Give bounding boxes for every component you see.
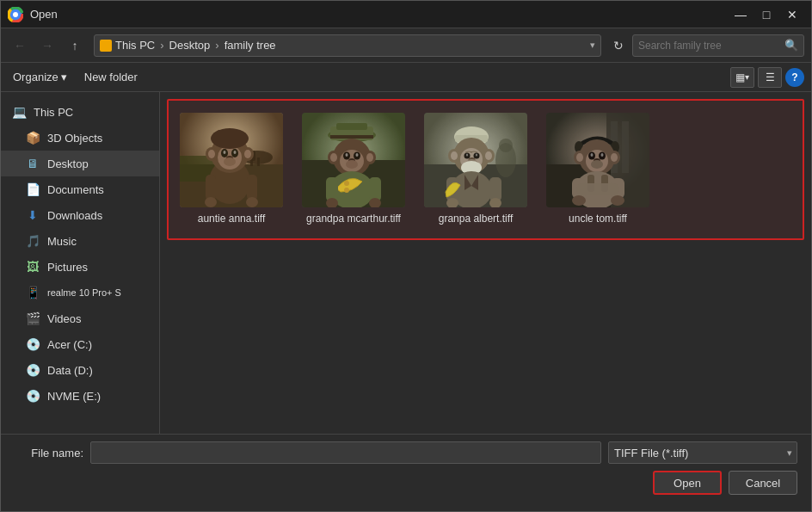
thispc-icon: 💻 [11,104,27,120]
documents-icon: 📄 [25,182,40,197]
desktop-icon: 🖥 [25,156,40,171]
organize-chevron: ▾ [61,71,67,83]
refresh-button[interactable]: ↻ [608,35,629,56]
minimize-button[interactable]: — [729,4,753,25]
action-bar: Organize ▾ New folder ▦ ▾ ☰ ? [1,63,811,92]
file-thumb-uncle-tom [546,113,649,207]
maximize-button[interactable]: □ [754,4,778,25]
sidebar-item-acerc[interactable]: 💿 Acer (C:) [1,331,159,357]
file-name-granpa-albert: granpa albert.tiff [439,213,514,226]
sidebar-item-music[interactable]: 🎵 Music [1,228,159,254]
file-area: auntie anna.tiff [160,92,811,434]
sidebar-label-acerc: Acer (C:) [47,338,92,351]
search-icon[interactable]: 🔍 [784,39,798,52]
sidebar-label-documents: Documents [47,183,104,196]
close-button[interactable]: ✕ [780,4,804,25]
new-folder-button[interactable]: New folder [79,69,143,85]
sidebar-item-downloads[interactable]: ⬇ Downloads [1,202,159,228]
help-button[interactable]: ? [785,68,804,87]
view-list-button[interactable]: ☰ [758,67,782,88]
videos-icon: 🎬 [25,311,40,326]
sidebar: 💻 This PC 📦 3D Objects 🖥 Desktop 📄 Docum… [1,92,160,434]
file-thumb-granpa-albert [424,113,527,207]
dialog-title: Open [30,8,729,21]
sidebar-item-3dobjects[interactable]: 📦 3D Objects [1,125,159,151]
buttons-row: Open Cancel [15,471,797,495]
sidebar-label-videos: Videos [47,312,82,325]
sidebar-item-documents[interactable]: 📄 Documents [1,176,159,202]
separator-1: › [160,39,163,52]
granpa-albert-thumbnail [424,113,527,207]
file-item-uncle-tom[interactable]: uncle tom.tiff [542,108,654,231]
sidebar-label-3dobjects: 3D Objects [47,132,102,145]
sidebar-scroll: 💻 This PC 📦 3D Objects 🖥 Desktop 📄 Docum… [1,99,159,427]
cancel-button[interactable]: Cancel [729,471,797,495]
file-item-auntie-anna[interactable]: auntie anna.tiff [175,108,287,231]
file-name-uncle-tom: uncle tom.tiff [569,213,627,226]
selection-box: auntie anna.tiff [167,99,804,240]
search-input[interactable] [638,40,781,52]
breadcrumb-desktop: Desktop [169,39,211,52]
sidebar-label-pictures: Pictures [47,261,88,274]
chrome-icon [8,7,23,22]
grandpa-mcarthur-thumbnail [302,113,405,207]
organize-button[interactable]: Organize ▾ [8,69,72,85]
file-item-granpa-albert[interactable]: granpa albert.tiff [420,108,532,231]
sidebar-item-pictures[interactable]: 🖼 Pictures [1,254,159,280]
filename-row: File name: TIFF File (*.tiff) All Files … [15,441,797,464]
file-name-auntie-anna: auntie anna.tiff [198,213,266,226]
sidebar-item-datad[interactable]: 💿 Data (D:) [1,357,159,383]
chevron-down-icon: ▾ [590,40,595,51]
back-button[interactable]: ← [8,34,32,58]
pictures-icon: 🖼 [25,259,40,275]
sidebar-label-thispc: This PC [34,106,73,119]
list-view-icon: ☰ [766,71,775,83]
music-icon: 🎵 [25,233,40,249]
sidebar-label-realme: realme 10 Pro+ S [47,287,121,298]
file-name-grandpa-mcarthur: grandpa mcarthur.tiff [306,213,401,226]
sidebar-item-videos[interactable]: 🎬 Videos [1,305,159,331]
sidebar-item-realme[interactable]: 📱 realme 10 Pro+ S [1,280,159,305]
separator-2: › [215,39,218,52]
sidebar-item-desktop[interactable]: 🖥 Desktop [1,151,159,176]
forward-button[interactable]: → [35,34,59,58]
filename-label: File name: [15,447,83,460]
filetype-wrapper: TIFF File (*.tiff) All Files (*.*) PNG F… [608,441,797,464]
filename-input[interactable] [90,441,601,464]
breadcrumb-familytree: family tree [225,39,276,52]
breadcrumb-thispc: This PC [115,39,155,52]
filetype-select[interactable]: TIFF File (*.tiff) All Files (*.*) PNG F… [608,441,797,464]
organize-label: Organize [13,71,58,83]
sidebar-label-datad: Data (D:) [47,364,93,377]
svg-rect-114 [546,113,649,207]
sidebar-item-nvmee[interactable]: 💿 NVME (E:) [1,383,159,409]
sidebar-label-downloads: Downloads [47,209,102,222]
nav-bar: ← → ↑ This PC › Desktop › family tree ▾ … [1,28,811,63]
file-thumb-grandpa-mcarthur [302,113,405,207]
title-bar: Open — □ ✕ [1,1,811,28]
up-button[interactable]: ↑ [63,34,87,58]
sidebar-label-music: Music [47,235,77,248]
breadcrumb[interactable]: This PC › Desktop › family tree ▾ [94,34,601,57]
grid-view-icon: ▦ [735,71,745,83]
acerc-icon: 💿 [25,336,40,352]
view-grid-button[interactable]: ▦ ▾ [730,67,754,88]
window-controls: — □ ✕ [729,4,804,25]
svg-rect-86 [424,113,527,207]
file-thumb-auntie-anna [180,113,283,207]
bottom-bar: File name: TIFF File (*.tiff) All Files … [1,434,811,511]
svg-rect-33 [180,113,283,207]
uncle-tom-thumbnail [546,113,649,207]
realme-icon: 📱 [25,285,40,300]
view-chevron: ▾ [745,72,749,82]
sidebar-item-thispc[interactable]: 💻 This PC [1,99,159,125]
auntie-anna-thumbnail [180,113,283,207]
sidebar-label-nvmee: NVME (E:) [47,390,101,403]
file-item-grandpa-mcarthur[interactable]: grandpa mcarthur.tiff [298,108,409,231]
folder-icon [100,40,112,52]
svg-rect-59 [302,113,405,207]
datad-icon: 💿 [25,362,40,378]
open-button[interactable]: Open [653,471,722,495]
3dobjects-icon: 📦 [25,130,40,145]
downloads-icon: ⬇ [25,207,40,223]
